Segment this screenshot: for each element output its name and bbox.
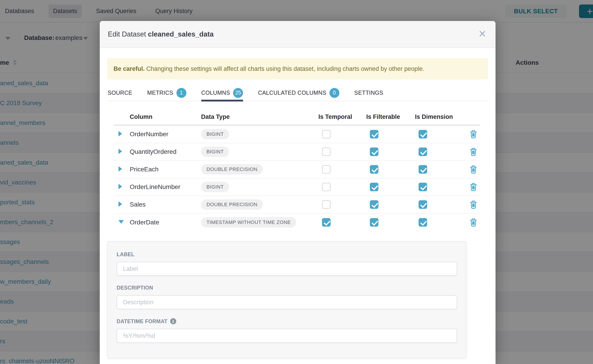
tab-count-badge: 1 bbox=[177, 88, 186, 98]
label-field-label: LABEL bbox=[117, 252, 457, 257]
description-input[interactable] bbox=[117, 295, 457, 309]
modal-title: Edit Dataset cleaned_sales_data bbox=[108, 30, 214, 38]
is-dimension-checkbox[interactable] bbox=[419, 183, 427, 191]
column-name: OrderNumber bbox=[130, 130, 201, 138]
is-filterable-header: Is Filterable bbox=[366, 113, 415, 120]
is-temporal-checkbox[interactable] bbox=[322, 165, 330, 174]
is-temporal-checkbox[interactable] bbox=[322, 183, 330, 191]
is-temporal-checkbox[interactable] bbox=[322, 130, 330, 138]
tab-count-badge: 25 bbox=[233, 88, 243, 98]
modal-header: Edit Dataset cleaned_sales_data × bbox=[100, 21, 495, 48]
column-name: PriceEach bbox=[130, 166, 201, 173]
column-name: Sales bbox=[130, 201, 201, 208]
is-dimension-checkbox[interactable] bbox=[419, 218, 427, 227]
column-name: QuantityOrdered bbox=[130, 148, 201, 155]
tab-settings[interactable]: SETTINGS bbox=[354, 84, 383, 101]
datetime-format-field-label: DATETIME FORMAT i bbox=[117, 318, 457, 324]
close-icon[interactable]: × bbox=[475, 26, 489, 41]
expand-caret-icon[interactable] bbox=[119, 184, 122, 189]
expand-caret-icon[interactable] bbox=[119, 149, 122, 154]
expand-caret-icon[interactable] bbox=[119, 131, 122, 136]
column-row: PriceEach DOUBLE PRECISION bbox=[114, 161, 480, 178]
description-field-label: DESCRIPTION bbox=[117, 285, 457, 291]
expand-caret-icon[interactable] bbox=[119, 166, 122, 172]
is-dimension-header: Is Dimension bbox=[415, 113, 467, 120]
expand-caret-icon[interactable] bbox=[119, 202, 122, 207]
is-dimension-checkbox[interactable] bbox=[419, 148, 427, 156]
is-filterable-checkbox[interactable] bbox=[370, 200, 378, 209]
column-row: Sales DOUBLE PRECISION bbox=[114, 196, 480, 214]
data-type-header: Data Type bbox=[201, 113, 318, 120]
tab-count-badge: 0 bbox=[329, 88, 339, 98]
dataset-name: cleaned_sales_data bbox=[148, 30, 213, 38]
column-name: OrderLineNumber bbox=[130, 183, 201, 191]
columns-table-header: Column Data Type Is Temporal Is Filterab… bbox=[114, 101, 480, 126]
label-input[interactable] bbox=[117, 262, 457, 276]
warning-banner: Be careful. Changing these settings will… bbox=[107, 58, 488, 79]
delete-column-icon[interactable] bbox=[467, 165, 480, 174]
is-temporal-checkbox[interactable] bbox=[322, 148, 330, 156]
delete-column-icon[interactable] bbox=[467, 130, 480, 138]
is-filterable-checkbox[interactable] bbox=[370, 218, 378, 227]
is-filterable-checkbox[interactable] bbox=[370, 148, 378, 156]
tab-calculated-columns[interactable]: CALCULATED COLUMNS 0 bbox=[258, 84, 339, 101]
delete-column-icon[interactable] bbox=[467, 200, 480, 209]
column-row: OrderDate TIMESTAMP WITHOUT TIME ZONE bbox=[114, 214, 480, 231]
column-header: Column bbox=[130, 113, 201, 120]
data-type-pill: DOUBLE PRECISION bbox=[201, 164, 263, 175]
is-filterable-checkbox[interactable] bbox=[370, 130, 378, 138]
data-type-pill: TIMESTAMP WITHOUT TIME ZONE bbox=[201, 217, 296, 228]
tab-columns[interactable]: COLUMNS 25 bbox=[201, 84, 243, 101]
is-temporal-checkbox[interactable] bbox=[322, 200, 330, 209]
info-icon[interactable]: i bbox=[170, 318, 176, 324]
modal-body: Be careful. Changing these settings will… bbox=[100, 58, 495, 359]
is-filterable-checkbox[interactable] bbox=[370, 183, 378, 191]
screen: DatabasesDatasetsSaved QueriesQuery Hist… bbox=[0, 0, 593, 364]
column-row: OrderLineNumber BIGINT bbox=[114, 178, 480, 196]
data-type-pill: BIGINT bbox=[201, 147, 229, 157]
is-temporal-header: Is Temporal bbox=[318, 113, 366, 120]
modal-tabs: SOURCE METRICS 1 COLUMNS 25 CALCULATED C… bbox=[107, 85, 488, 101]
data-type-pill: BIGINT bbox=[201, 129, 229, 139]
column-row: QuantityOrdered BIGINT bbox=[114, 143, 480, 161]
data-type-pill: BIGINT bbox=[201, 182, 229, 192]
edit-dataset-modal: Edit Dataset cleaned_sales_data × Be car… bbox=[100, 21, 495, 364]
column-row: OrderNumber BIGINT bbox=[114, 126, 480, 143]
is-filterable-checkbox[interactable] bbox=[370, 165, 378, 174]
tab-metrics[interactable]: METRICS 1 bbox=[147, 84, 186, 101]
delete-column-icon[interactable] bbox=[467, 183, 480, 191]
delete-column-icon[interactable] bbox=[467, 218, 480, 227]
column-detail-panel: LABEL DESCRIPTION DATETIME FORMAT i bbox=[107, 241, 467, 359]
is-dimension-checkbox[interactable] bbox=[419, 165, 427, 174]
columns-table: Column Data Type Is Temporal Is Filterab… bbox=[114, 101, 480, 231]
is-dimension-checkbox[interactable] bbox=[419, 200, 427, 209]
is-temporal-checkbox[interactable] bbox=[322, 218, 330, 227]
column-name: OrderDate bbox=[130, 219, 201, 226]
expand-caret-icon[interactable] bbox=[119, 220, 124, 224]
tab-source[interactable]: SOURCE bbox=[108, 84, 132, 101]
data-type-pill: DOUBLE PRECISION bbox=[201, 199, 263, 210]
is-dimension-checkbox[interactable] bbox=[419, 130, 427, 138]
warning-text: Be careful. Changing these settings will… bbox=[113, 65, 424, 72]
datetime-format-input[interactable] bbox=[117, 329, 457, 343]
delete-column-icon[interactable] bbox=[467, 148, 480, 156]
